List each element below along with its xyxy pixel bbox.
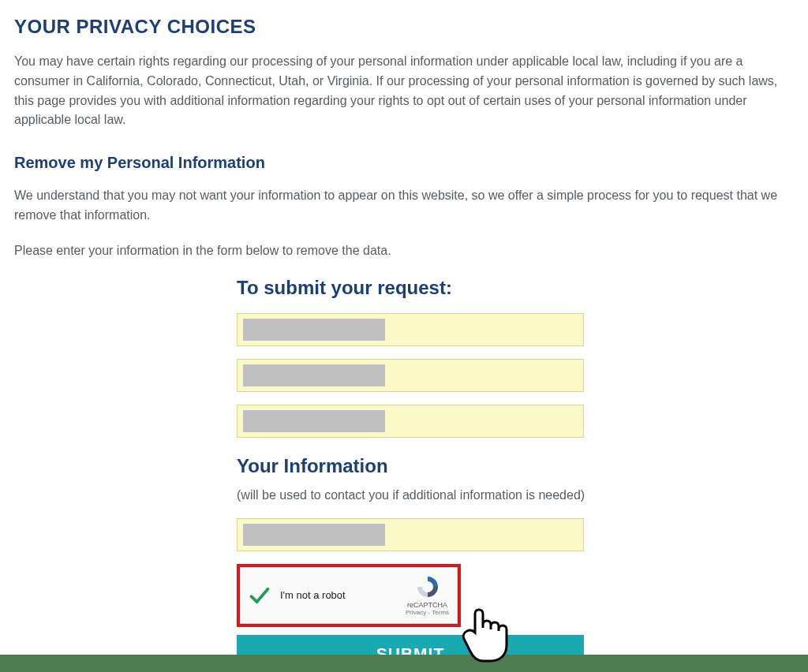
- recaptcha-check-icon: [249, 584, 271, 607]
- your-info-heading: Your Information: [237, 455, 588, 477]
- recaptcha-widget[interactable]: I'm not a robot reCAPTCHA Privacy - Term…: [240, 567, 458, 624]
- input-mask: [243, 364, 385, 386]
- form-input-3[interactable]: [237, 405, 584, 438]
- form-input-1[interactable]: [237, 313, 584, 346]
- page-title: YOUR PRIVACY CHOICES: [14, 16, 794, 38]
- input-mask: [243, 524, 385, 546]
- form-input-2[interactable]: [237, 359, 584, 392]
- form-heading: To submit your request:: [237, 277, 588, 299]
- input-mask: [243, 319, 385, 341]
- input-mask: [243, 410, 385, 432]
- recaptcha-highlight: I'm not a robot reCAPTCHA Privacy - Term…: [237, 564, 461, 627]
- recaptcha-label: I'm not a robot: [280, 589, 346, 601]
- recaptcha-logo-icon: [415, 574, 440, 599]
- contact-input[interactable]: [237, 518, 584, 551]
- remove-info-body-2: Please enter your information in the for…: [14, 241, 794, 261]
- recaptcha-brand: reCAPTCHA: [406, 601, 449, 610]
- recaptcha-links[interactable]: Privacy - Terms: [406, 609, 449, 616]
- footer-bar: [0, 655, 808, 672]
- intro-paragraph: You may have certain rights regarding ou…: [14, 52, 794, 130]
- your-info-subtext: (will be used to contact you if addition…: [237, 488, 588, 502]
- request-form: To submit your request: Your Information…: [237, 277, 588, 672]
- remove-info-heading: Remove my Personal Information: [14, 154, 794, 172]
- remove-info-body-1: We understand that you may not want your…: [14, 186, 794, 226]
